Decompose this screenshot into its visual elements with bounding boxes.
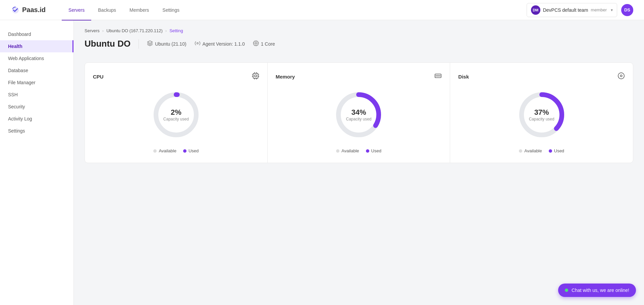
svg-rect-12 [253,73,258,79]
available-dot [519,149,522,153]
user-avatar[interactable]: DS [621,4,633,16]
server-header: Ubuntu DO Ubuntu (21.10) [85,39,633,54]
svg-point-1 [197,42,198,44]
cpu-legend: Available Used [153,148,199,153]
cpu-legend-used: Used [183,148,199,153]
disk-title: Disk [458,74,469,80]
cores-label: 1 Core [261,41,275,47]
layers-icon [147,40,153,48]
server-divider [139,39,139,49]
sidebar-item-security[interactable]: Security [0,101,73,113]
nav-right: DM DevPCS default team member ▾ DS [527,3,633,17]
layout: Dashboard Health Web Applications Databa… [0,20,644,305]
sidebar-item-label: Settings [8,128,25,134]
tab-backups[interactable]: Backups [91,0,123,20]
sidebar-item-label: Security [8,104,25,109]
memory-donut: 34% Capacity used [332,88,385,142]
server-title: Ubuntu DO [85,39,130,49]
tab-members[interactable]: Members [123,0,156,20]
used-label: Used [371,148,381,153]
cpu-icon [253,40,259,48]
sidebar-item-label: Dashboard [8,32,31,37]
available-dot [153,149,157,153]
logo-icon [11,5,20,15]
cpu-legend-available: Available [153,148,176,153]
sidebar-item-ssh[interactable]: SSH [0,89,73,101]
breadcrumb-servers[interactable]: Servers [85,28,100,33]
sidebar-item-file-manager[interactable]: File Manager [0,77,73,89]
disk-legend: Available Used [519,148,564,153]
memory-percent: 34% [346,108,371,117]
memory-card-icon[interactable] [434,72,442,81]
svg-rect-3 [255,42,257,44]
logo[interactable]: Paas.id [11,5,46,15]
memory-capacity-label: Capacity used [346,117,371,121]
svg-marker-0 [148,41,153,43]
cpu-donut: 2% Capacity used [149,88,203,142]
chat-label: Chat with us, we are online! [572,288,629,293]
used-dot [183,149,186,153]
svg-rect-2 [254,41,258,45]
sidebar-item-label: Activity Log [8,116,32,121]
team-role: member [591,7,607,12]
disk-legend-available: Available [519,148,542,153]
disk-legend-used: Used [549,148,564,153]
agent-icon [195,40,201,48]
sidebar-item-label: Health [8,44,22,49]
chat-widget[interactable]: Chat with us, we are online! [558,284,636,297]
online-indicator [565,289,568,292]
team-selector[interactable]: DM DevPCS default team member ▾ [527,3,617,17]
server-cores: 1 Core [253,40,275,48]
sidebar-item-database[interactable]: Database [0,64,73,77]
svg-rect-13 [255,75,257,77]
available-label: Available [341,148,359,153]
memory-legend-available: Available [336,148,359,153]
used-dot [366,149,369,153]
cpu-card: CPU [85,63,268,163]
tab-servers[interactable]: Servers [62,0,91,20]
cpu-center: 2% Capacity used [163,108,189,121]
memory-legend-used: Used [366,148,381,153]
agent-label: Agent Version: 1.1.0 [203,41,245,47]
memory-card: Memory [268,63,450,163]
available-label: Available [159,148,176,153]
memory-center: 34% Capacity used [346,108,371,121]
memory-legend: Available Used [336,148,381,153]
breadcrumb-server-name[interactable]: Ubuntu DO (167.71.220.112) [106,28,163,33]
disk-percent: 37% [529,108,554,117]
svg-point-31 [618,73,624,79]
server-agent: Agent Version: 1.1.0 [195,40,245,48]
cpu-title: CPU [93,74,104,80]
cpu-capacity-label: Capacity used [163,117,189,121]
svg-rect-24 [435,74,441,78]
used-label: Used [554,148,564,153]
disk-capacity-label: Capacity used [529,117,554,121]
chevron-down-icon: ▾ [611,8,613,12]
cpu-card-icon[interactable] [252,72,259,81]
sidebar-item-health[interactable]: Health [0,40,73,52]
available-label: Available [524,148,542,153]
sidebar-item-activity-log[interactable]: Activity Log [0,113,73,125]
metrics-cards: CPU [85,62,633,163]
sidebar-item-label: SSH [8,92,18,97]
used-label: Used [189,148,199,153]
logo-text: Paas.id [22,6,46,14]
sidebar-item-dashboard[interactable]: Dashboard [0,28,73,40]
team-name: DevPCS default team [543,7,588,13]
breadcrumb-sep-1: › [102,28,104,33]
breadcrumb: Servers › Ubuntu DO (167.71.220.112) › S… [85,28,633,33]
topnav: Paas.id Servers Backups Members Settings… [0,0,644,20]
disk-card-icon[interactable] [618,72,625,81]
tab-settings[interactable]: Settings [156,0,186,20]
cpu-percent: 2% [163,108,189,117]
available-dot [336,149,339,153]
disk-donut: 37% Capacity used [515,88,569,142]
breadcrumb-sep-2: › [165,28,167,33]
sidebar-item-web-applications[interactable]: Web Applications [0,52,73,64]
sidebar-item-label: File Manager [8,80,36,85]
svg-point-32 [620,75,622,77]
sidebar-item-settings[interactable]: Settings [0,125,73,137]
nav-tabs: Servers Backups Members Settings [62,0,186,20]
sidebar: Dashboard Health Web Applications Databa… [0,20,74,305]
used-dot [549,149,552,153]
